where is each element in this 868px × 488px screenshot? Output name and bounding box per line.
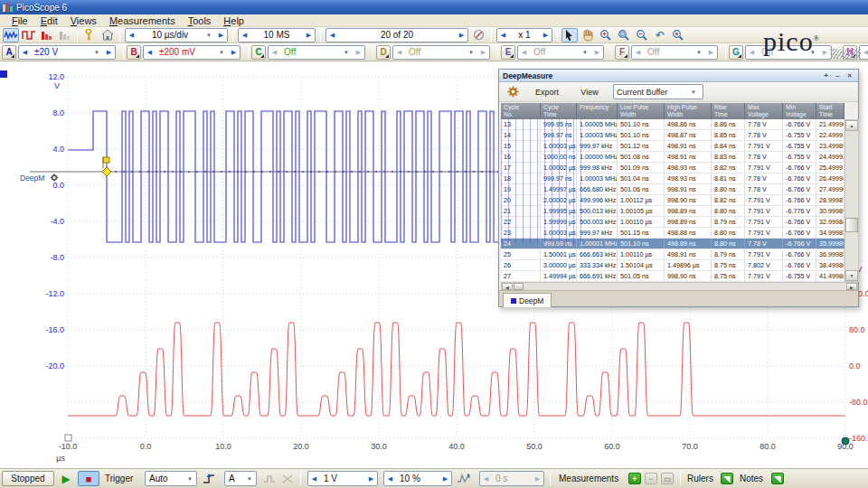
scroll-left-icon[interactable]: ◀ [502, 283, 513, 290]
menu-item-views[interactable]: Views [64, 15, 103, 26]
zoom-overview-button[interactable] [670, 28, 686, 42]
table-row[interactable]: 251.50001 µs666.663 kHz1.00110 µs498.91 … [501, 249, 844, 260]
channel-a-range[interactable]: ◀±20 V▼▶ [18, 45, 116, 60]
persistence-view-button[interactable] [21, 28, 37, 42]
channel-f-range-value[interactable]: Off [644, 47, 693, 57]
vertical-scrollbar[interactable]: ▲ ▼ [844, 119, 859, 282]
channel-g-button[interactable]: G [729, 45, 743, 60]
column-header[interactable]: StartTime [816, 103, 844, 119]
channel-f-range[interactable]: ◀Off▼▶ [631, 45, 718, 60]
deepmeasure-window[interactable]: DeepMeasure + – × Export View Current Bu… [498, 69, 859, 307]
channel-e-button[interactable]: E [501, 45, 515, 60]
buffer-select[interactable]: Current Buffer ▼ [613, 84, 703, 99]
table-row[interactable]: 231.00003 µs999.97 kHz501.15 ns498.88 ns… [501, 228, 844, 239]
table-row[interactable]: 151.00003 µs999.97 kHz501.12 ns498.91 ns… [501, 141, 844, 152]
trigger-edge-button[interactable] [199, 471, 219, 486]
chevron-down-icon[interactable]: ▼ [90, 50, 103, 55]
timebase-increase[interactable]: ▶ [215, 32, 227, 39]
trigger-source-select[interactable]: A ▼ [224, 471, 257, 486]
horizontal-scroll-thumb[interactable] [514, 283, 524, 290]
zoom-decrease[interactable]: ◀ [497, 32, 509, 39]
table-row[interactable]: 161000.00 ns1.00000 MHz501.08 ns498.91 n… [501, 152, 844, 163]
channel-f-button[interactable]: F [615, 45, 629, 60]
column-header[interactable]: High PulseWidth [665, 103, 712, 119]
menu-item-measurements[interactable]: Measurements [103, 15, 182, 26]
column-header[interactable]: CycleTime [541, 103, 577, 119]
table-row[interactable]: 14999.97 ns1.00003 MHz501.10 ns498.87 ns… [501, 130, 844, 141]
deepmeasure-table[interactable]: 13999.95 ns1.00005 MHz501.10 ns498.86 ns… [501, 119, 844, 282]
trigger-mode-select[interactable]: Auto ▼ [145, 471, 197, 486]
table-row[interactable]: 171.00002 µs999.98 kHz501.09 ns498.93 ns… [501, 163, 844, 174]
samples-increase[interactable]: ▶ [303, 32, 315, 39]
buffer-next[interactable]: ▶ [456, 32, 467, 39]
column-header[interactable]: RiseTime [712, 103, 745, 119]
table-row[interactable]: 13999.95 ns1.00005 MHz501.10 ns498.86 ns… [501, 119, 844, 130]
menu-item-tools[interactable]: Tools [182, 15, 218, 26]
column-header[interactable]: Low PulseWidth [618, 103, 665, 119]
range-decrease[interactable]: ◀ [144, 49, 156, 56]
tab-deepm[interactable]: DeepM [503, 293, 552, 307]
trigger-level-value[interactable]: 1 V [320, 474, 365, 483]
table-row[interactable]: 221.99999 µs500.003 kHz1.00110 µs998.89 … [501, 217, 844, 228]
table-row[interactable]: 24999.99 ns1.00001 MHz501.10 ns498.89 ns… [501, 239, 844, 249]
samples-decrease[interactable]: ◀ [239, 32, 250, 39]
column-header[interactable]: Frequency [577, 103, 618, 119]
channel-a-range-value[interactable]: ±20 V [31, 47, 90, 57]
channel-b-range-value[interactable]: ±200 mV [156, 47, 215, 57]
chevron-down-icon[interactable]: ▼ [693, 50, 705, 55]
start-capture-button[interactable]: ▶ [56, 471, 76, 486]
menu-item-help[interactable]: Help [217, 15, 250, 26]
pretrigger-decrease[interactable]: ◀ [384, 475, 396, 483]
range-increase[interactable]: ▶ [228, 49, 240, 56]
column-header[interactable]: CycleNo. [501, 103, 541, 119]
zoom-factor[interactable]: x 1 [509, 30, 540, 40]
trigger-marker[interactable] [102, 167, 111, 176]
rapid-trigger-button[interactable] [454, 471, 474, 486]
add-measurement-button[interactable]: + [627, 471, 642, 486]
title-bar[interactable]: PicoScope 6 [0, 0, 868, 14]
scroll-up-icon[interactable]: ▲ [845, 120, 858, 131]
vertical-scroll-thumb[interactable] [845, 218, 858, 232]
spectrum-view-button[interactable] [39, 28, 55, 42]
probe-wizard-button[interactable] [81, 28, 98, 42]
scroll-right-icon[interactable]: ▶ [846, 283, 857, 290]
channel-b-button[interactable]: B [127, 45, 141, 60]
pretrigger-increase[interactable]: ▶ [439, 475, 451, 483]
hand-tool[interactable] [580, 28, 596, 42]
column-header[interactable]: MaxVoltage [745, 103, 783, 119]
stop-capture-button[interactable]: ■ [78, 471, 99, 486]
channel-b-range[interactable]: ◀±200 mV▼▶ [143, 45, 241, 60]
channel-a-button[interactable]: A [2, 45, 16, 60]
scope-view-button[interactable] [3, 28, 19, 42]
channel-d-range[interactable]: ◀Off▼▶ [392, 45, 490, 60]
dock-icon[interactable]: + [821, 71, 831, 80]
column-header[interactable]: MinVoltage [783, 103, 816, 119]
level-decrease[interactable]: ◀ [308, 475, 320, 483]
chevron-down-icon[interactable]: ▼ [215, 50, 228, 55]
table-row[interactable]: 271.49994 µs666.691 kHz501.05 ns998.90 n… [501, 271, 844, 282]
notes-button[interactable]: ◥ [770, 471, 785, 486]
chevron-down-icon[interactable]: ▼ [465, 50, 477, 55]
menu-item-edit[interactable]: Edit [34, 15, 64, 26]
minimize-icon[interactable]: – [833, 71, 843, 80]
zoom-out-tool[interactable] [634, 28, 650, 42]
buffer-previous[interactable]: ◀ [326, 32, 338, 39]
channel-c-button[interactable]: C [251, 45, 266, 60]
timebase-decrease[interactable]: ◀ [126, 32, 137, 39]
channel-d-button[interactable]: D [376, 45, 391, 60]
deepmeasure-settings-button[interactable] [504, 84, 522, 99]
zoom-increase[interactable]: ▶ [540, 32, 552, 39]
table-row[interactable]: 263.00000 µs333.334 kHz1.50104 µs1.49896… [501, 260, 844, 271]
chevron-down-icon[interactable]: ▼ [579, 50, 591, 55]
samples-value[interactable]: 10 MS [250, 30, 303, 40]
table-row[interactable]: 211.99995 µs500.013 kHz1.00105 µs998.89 … [501, 206, 844, 217]
timebase-value[interactable]: 10 µs/div [137, 30, 203, 40]
window-zoom-tool[interactable] [616, 28, 632, 42]
rulers-button[interactable]: ◥ [720, 471, 734, 486]
chevron-down-icon[interactable]: ▼ [340, 50, 353, 55]
view-button[interactable]: View [571, 84, 608, 99]
normal-selection-tool[interactable] [561, 28, 578, 42]
export-button[interactable]: Export [526, 84, 568, 99]
channel-c-range[interactable]: ◀Off▼▶ [268, 45, 365, 60]
deepmeasure-title-bar[interactable]: DeepMeasure + – × [499, 70, 858, 82]
